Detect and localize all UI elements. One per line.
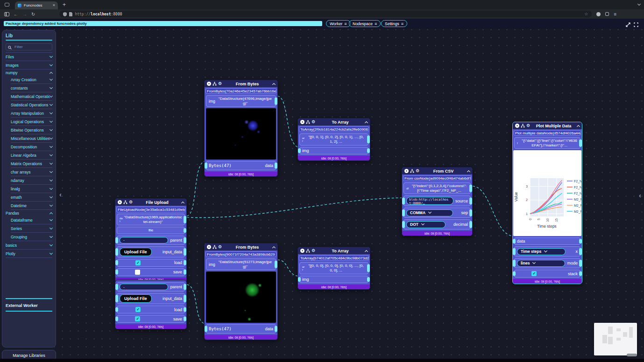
- sidebar-item-char-arrays[interactable]: char arrays: [11, 168, 52, 176]
- input-handle[interactable]: [513, 239, 516, 244]
- input-handle[interactable]: [115, 316, 118, 321]
- input-handle[interactable]: [579, 248, 582, 255]
- input-handle[interactable]: [184, 260, 186, 265]
- chevron-down-icon[interactable]: [50, 127, 53, 131]
- sidebar-item-files[interactable]: Files: [6, 53, 52, 61]
- forward-icon[interactable]: →: [22, 12, 27, 17]
- output-handle[interactable]: [275, 97, 277, 105]
- chevron-down-icon[interactable]: [50, 243, 53, 246]
- input-handle[interactable]: [184, 248, 186, 256]
- collapse-node-icon[interactable]: [577, 125, 580, 128]
- node-tree-icon[interactable]: [123, 200, 127, 204]
- source-text-input[interactable]: blob:http://localhost:8000/…: [406, 197, 453, 205]
- sidebar-item-linalg[interactable]: linalg: [11, 185, 52, 193]
- input-handle[interactable]: [184, 237, 186, 243]
- output-handle[interactable]: [469, 184, 472, 192]
- chevron-down-icon[interactable]: [50, 85, 53, 89]
- save-checkbox[interactable]: [135, 270, 140, 275]
- chevron-down-icon[interactable]: [50, 251, 53, 254]
- sidebar-item-decomposition[interactable]: Decomposition: [11, 143, 52, 151]
- chevron-down-icon[interactable]: [50, 111, 53, 114]
- sidebar-collapse-chevron-icon[interactable]: ‹: [59, 190, 62, 198]
- tab-groups-icon[interactable]: [5, 3, 9, 7]
- input-handle[interactable]: [275, 163, 277, 169]
- node-header[interactable]: ⚙ To Array: [298, 118, 370, 125]
- input-handle[interactable]: [184, 284, 186, 290]
- sidebar-item-series[interactable]: Series: [11, 224, 52, 233]
- chevron-down-icon[interactable]: [50, 169, 53, 173]
- site-security-icon[interactable]: [63, 10, 67, 18]
- upload-file-button[interactable]: Upload File: [120, 248, 152, 256]
- input-handle[interactable]: [579, 271, 582, 276]
- back-icon[interactable]: ←: [14, 12, 18, 17]
- sidebar-item-array-manipulation[interactable]: Array Manipulation: [11, 109, 52, 118]
- collapse-node-icon[interactable]: [365, 121, 368, 124]
- collapse-node-icon[interactable]: [181, 201, 184, 204]
- sidebar-item-images[interactable]: Images: [6, 61, 52, 70]
- input-handle[interactable]: [402, 197, 405, 204]
- output-handle[interactable]: [184, 216, 186, 223]
- output-handle[interactable]: [579, 139, 582, 147]
- node-tree-icon[interactable]: [306, 120, 310, 124]
- input-handle[interactable]: [115, 260, 118, 265]
- output-handle[interactable]: [275, 260, 277, 268]
- extensions-icon[interactable]: [605, 12, 609, 16]
- chevron-down-icon[interactable]: [50, 153, 53, 156]
- input-handle[interactable]: [469, 197, 472, 204]
- input-handle[interactable]: [115, 284, 118, 290]
- collapse-node-icon[interactable]: [272, 246, 276, 249]
- sidebar-item-datetime[interactable]: Datetime: [11, 202, 52, 210]
- chevron-down-icon[interactable]: [50, 54, 53, 57]
- output-handle[interactable]: [367, 264, 370, 272]
- node-from-csv[interactable]: ⚙ From CSV From csvNode(ad9094ec0f4b474a…: [402, 167, 473, 236]
- minimap[interactable]: [594, 323, 637, 355]
- sidebar-item-matrix-operations[interactable]: Matrix Operations: [11, 160, 52, 168]
- run-node-icon[interactable]: [515, 124, 519, 128]
- chevron-down-icon[interactable]: [50, 195, 53, 198]
- collapse-node-icon[interactable]: [272, 83, 276, 86]
- input-handle[interactable]: [184, 270, 186, 275]
- output-handle[interactable]: [184, 228, 186, 233]
- chevron-down-icon[interactable]: [50, 63, 53, 66]
- node-from-bytes-1[interactable]: ⚙ From Bytes FromBytes(70a246e45e23457ab…: [204, 80, 278, 177]
- input-handle[interactable]: [402, 209, 405, 216]
- input-handle[interactable]: [184, 295, 186, 302]
- sidebar-item-statistical-operations[interactable]: Statistical Operations: [11, 101, 52, 109]
- run-node-icon[interactable]: [300, 249, 304, 253]
- profile-icon[interactable]: [596, 12, 601, 16]
- input-handle[interactable]: [367, 277, 370, 282]
- new-tab-button[interactable]: +: [63, 1, 66, 8]
- run-node-icon[interactable]: [207, 82, 211, 86]
- sidebar-item-constants[interactable]: constants: [11, 84, 52, 92]
- sidebar-item-logical-operations[interactable]: Logical Operations: [11, 118, 52, 126]
- notification-banner[interactable]: Package dependency added funcnodes-plotl…: [4, 21, 322, 26]
- fullscreen-icon[interactable]: [634, 21, 638, 29]
- settings-menu-button[interactable]: Settings≡: [381, 20, 407, 27]
- chevron-down-icon[interactable]: [50, 226, 53, 229]
- filter-input[interactable]: [14, 44, 51, 49]
- stack-checkbox[interactable]: ✓: [531, 271, 537, 276]
- input-handle[interactable]: [115, 307, 118, 312]
- upload-file-button[interactable]: Upload File: [120, 294, 152, 303]
- url-text[interactable]: http://localhost:8000: [75, 12, 122, 16]
- chevron-down-icon[interactable]: [50, 217, 53, 221]
- nodespace-menu-button[interactable]: Nodespace≡: [349, 20, 381, 27]
- chevron-down-icon[interactable]: [50, 136, 53, 139]
- node-to-array-2[interactable]: ⚙ To Array ToArray(b74012af705c484c9bc98…: [297, 247, 370, 290]
- node-settings-gear-icon[interactable]: ⚙: [311, 120, 315, 124]
- sidebar-item-bitwise-operations[interactable]: Bitwise Operations: [11, 126, 52, 134]
- input-handle[interactable]: [298, 277, 301, 282]
- save-checkbox[interactable]: ✓: [135, 316, 140, 321]
- chevron-down-icon[interactable]: [50, 119, 53, 122]
- x-select[interactable]: Time steps: [517, 248, 566, 255]
- node-settings-gear-icon[interactable]: ⚙: [129, 200, 133, 204]
- sidebar-item-grouping[interactable]: Grouping: [11, 233, 52, 241]
- node-tree-icon[interactable]: [306, 249, 310, 253]
- input-handle[interactable]: [579, 260, 582, 266]
- input-handle[interactable]: [205, 326, 207, 332]
- sidebar-item-ndarray[interactable]: ndarray: [11, 176, 52, 185]
- chevron-down-icon[interactable]: [50, 161, 53, 164]
- input-handle[interactable]: [115, 295, 118, 302]
- input-handle[interactable]: [579, 239, 582, 244]
- input-handle[interactable]: [402, 221, 405, 228]
